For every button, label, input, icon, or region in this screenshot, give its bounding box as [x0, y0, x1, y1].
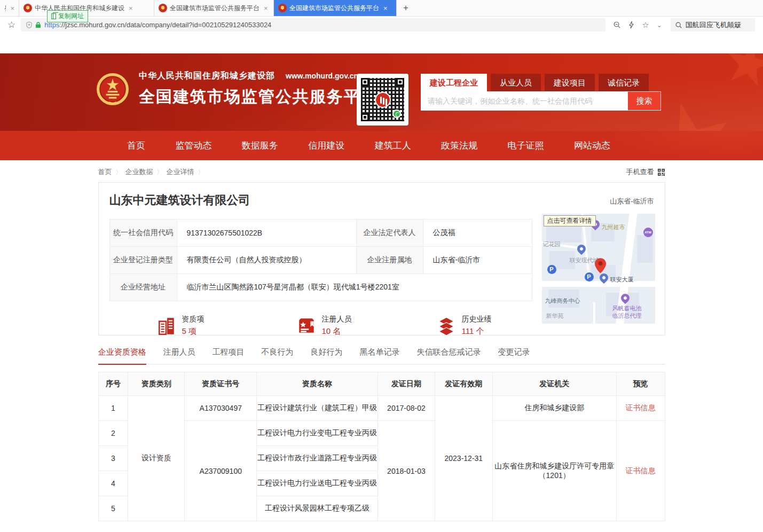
qualification-table: 序号 资质类别 资质证书号 资质名称 发证日期 发证有效期 发证机关 预览 1 … — [98, 372, 665, 521]
map-road — [593, 302, 595, 324]
cell-no: 4 — [98, 471, 128, 496]
stat-label: 历史业绩 — [462, 315, 492, 324]
tab-registered-personnel[interactable]: 注册人员 — [163, 347, 195, 364]
site-logo[interactable]: 中华人民共和国住房和城乡建设部www.mohurd.gov.cn 全国建筑市场监… — [96, 71, 378, 108]
authority-line-2: （1201） — [493, 471, 616, 481]
close-icon[interactable]: × — [264, 4, 268, 12]
breadcrumb-company-detail[interactable]: 企业详情 — [167, 167, 194, 177]
new-tab-button[interactable]: + — [397, 0, 415, 16]
cell-name: 工程设计风景园林工程专项乙级 — [257, 496, 378, 521]
cell-no: 5 — [98, 496, 128, 521]
browser-search-box[interactable]: 国航回应飞机颠簸 — [671, 18, 755, 32]
lightning-icon[interactable] — [628, 21, 634, 29]
toolbar-icons: ☆ ⌄ — [613, 20, 662, 30]
browser-chrome: 界 × 中华人民共和国住房和城乡建设 × 全国建筑市场监管公共服务平台 × 全国… — [0, 0, 763, 53]
table-header-row: 序号 资质类别 资质证书号 资质名称 发证日期 发证有效期 发证机关 预览 — [98, 372, 665, 396]
tab-blacklist[interactable]: 黑名单记录 — [360, 347, 400, 364]
nav-item-home[interactable]: 首页 — [127, 139, 145, 152]
map-label-battery-1: 风帆蓄电池 — [612, 304, 642, 312]
stat-value: 10 名 — [322, 326, 352, 337]
close-icon[interactable]: × — [383, 4, 388, 12]
nav-item-site-news[interactable]: 网站动态 — [574, 139, 610, 152]
nav-item-workers[interactable]: 建筑工人 — [375, 139, 411, 152]
info-label: 统一社会信用代码 — [109, 220, 177, 247]
tab-bad-behavior[interactable]: 不良行为 — [262, 347, 294, 364]
col-header-cert-no: 资质证书号 — [185, 372, 257, 396]
certificate-info-link[interactable]: 证书信息 — [626, 466, 656, 475]
company-region: 山东省-临沂市 — [610, 197, 654, 206]
browser-tab-0[interactable]: 界 × — [0, 0, 19, 16]
copy-icon — [51, 13, 56, 19]
cell-name: 工程设计电力行业送电工程专业丙级 — [257, 471, 378, 496]
favorite-star-icon[interactable]: ☆ — [642, 20, 649, 30]
bookmark-star-icon[interactable]: ☆ — [7, 19, 15, 30]
search-tab-enterprise[interactable]: 建设工程企业 — [421, 74, 487, 91]
info-label: 企业登记注册类型 — [109, 247, 177, 274]
parking-icon: P — [547, 265, 556, 274]
nav-item-data-service[interactable]: 数据服务 — [242, 139, 278, 152]
nav-item-credit[interactable]: 信用建设 — [308, 139, 344, 152]
certificate-info-link[interactable]: 证书信息 — [626, 403, 656, 412]
breadcrumb-home[interactable]: 首页 — [98, 167, 112, 177]
nav-item-e-license[interactable]: 电子证照 — [508, 139, 544, 152]
search-tab-credit[interactable]: 诚信记录 — [599, 74, 649, 91]
business-address-value: 临沂市兰山区陶然路107号星河晶都（联安）现代城1号楼2201室 — [177, 274, 532, 301]
ministry-name: 中华人民共和国住房和城乡建设部 — [139, 71, 275, 80]
mobile-view[interactable]: 手机查看 — [626, 167, 665, 177]
tab-good-behavior[interactable]: 良好行为 — [311, 347, 343, 364]
tab-qualifications[interactable]: 企业资质资格 — [98, 347, 146, 365]
breadcrumb-separator: 〉 — [157, 168, 163, 176]
cell-cert-no: A137030497 — [185, 396, 257, 421]
address-field[interactable]: https://jzsc.mohurd.gov.cn/data/company/… — [21, 18, 605, 32]
browser-tab-2[interactable]: 全国建筑市场监管公共服务平台 × — [154, 0, 274, 16]
qr-code — [357, 74, 408, 126]
search-button[interactable]: 搜索 — [627, 92, 660, 110]
search-icon — [675, 21, 682, 29]
location-pin-icon — [594, 257, 607, 274]
authority-line-1: 山东省住房和城乡建设厅许可专用章 — [493, 461, 616, 471]
nav-item-supervision[interactable]: 监管动态 — [175, 139, 211, 152]
nav-item-policy[interactable]: 政策法规 — [441, 139, 477, 152]
breadcrumb-separator: 〉 — [198, 168, 204, 176]
cell-validity: 2023-12-31 — [435, 396, 492, 521]
keyword-search-input[interactable] — [421, 92, 627, 110]
layers-icon — [436, 316, 457, 336]
col-header-validity: 发证有效期 — [435, 372, 492, 396]
breadcrumb: 首页 〉 企业数据 〉 企业详情 〉 手机查看 — [98, 167, 665, 177]
close-icon[interactable]: × — [10, 4, 14, 12]
logo-text: 中华人民共和国住房和城乡建设部www.mohurd.gov.cn 全国建筑市场监… — [139, 71, 378, 108]
chevron-down-icon[interactable]: ⌄ — [657, 21, 662, 29]
cell-name: 工程设计市政行业道路工程专业丙级 — [257, 446, 378, 471]
tab-dishonesty[interactable]: 失信联合惩戒记录 — [417, 347, 481, 364]
stat-qualifications[interactable]: 资质项 5 项 — [156, 315, 296, 337]
search-category-tabs: 建设工程企业 从业人员 建设项目 诚信记录 — [421, 74, 661, 91]
breadcrumb-company-data[interactable]: 企业数据 — [125, 167, 153, 177]
browser-tab-3-active[interactable]: 全国建筑市场监管公共服务平台 × — [274, 0, 397, 16]
search-tab-personnel[interactable]: 从业人员 — [491, 74, 541, 91]
close-icon[interactable]: × — [129, 4, 133, 12]
table-row: 企业登记注册类型 有限责任公司（自然人投资或控股） 企业注册属地 山东省-临沂市 — [109, 247, 532, 274]
cell-name: 工程设计建筑行业（建筑工程）甲级 — [257, 396, 378, 421]
mini-program-icon — [392, 109, 401, 118]
registration-region-value: 山东省-临沂市 — [423, 247, 532, 274]
shield-icon — [26, 21, 32, 28]
tab-change-records[interactable]: 变更记录 — [498, 347, 530, 364]
location-map[interactable]: 点击可查看详情 九州超市 ATM 记花园 联安现代城 联安大厦 P P 九峰商务… — [542, 214, 655, 324]
zoom-out-icon[interactable] — [613, 21, 621, 29]
map-label-lianan-tower: 联安大厦 — [610, 276, 634, 284]
qr-pattern — [361, 78, 404, 121]
company-card: 山东中元建筑设计有限公司 山东省-临沂市 统一社会信用代码 9137130267… — [98, 182, 665, 335]
col-header-preview: 预览 — [616, 372, 665, 396]
platform-title: 全国建筑市场监管公共服务平台 — [139, 86, 378, 108]
search-tab-project[interactable]: 建设项目 — [545, 74, 595, 91]
header-search-module: 建设工程企业 从业人员 建设项目 诚信记录 搜索 — [421, 74, 661, 111]
cell-no: 1 — [98, 396, 128, 421]
stat-label: 资质项 — [182, 315, 204, 324]
tab-projects[interactable]: 工程项目 — [213, 347, 245, 364]
site-header: 中华人民共和国住房和城乡建设部www.mohurd.gov.cn 全国建筑市场监… — [0, 53, 763, 131]
stat-registered-personnel[interactable]: 注册人员 10 名 — [296, 315, 436, 337]
decor-star — [720, 53, 763, 92]
info-label: 企业经营地址 — [109, 274, 177, 301]
table-row: 企业经营地址 临沂市兰山区陶然路107号星河晶都（联安）现代城1号楼2201室 — [109, 274, 532, 301]
map-tooltip: 点击可查看详情 — [544, 215, 596, 226]
